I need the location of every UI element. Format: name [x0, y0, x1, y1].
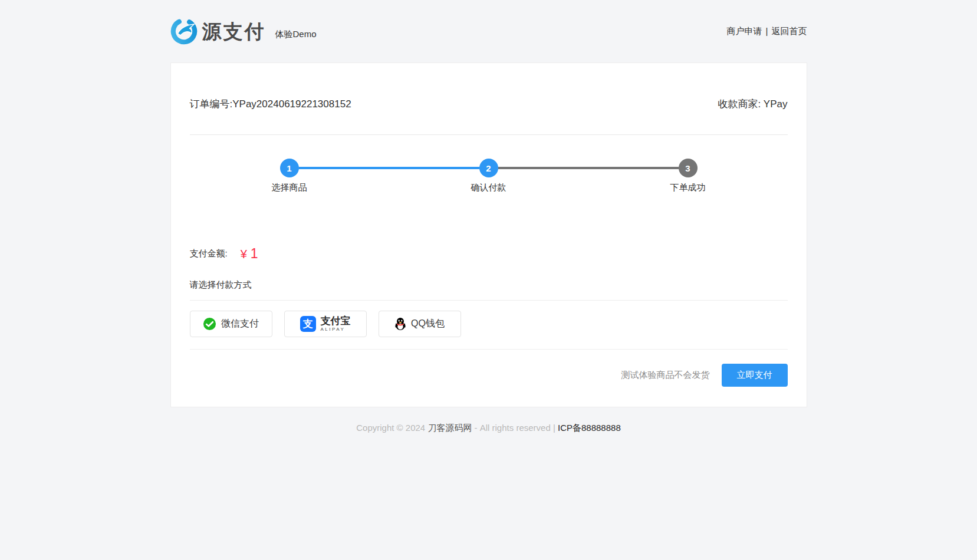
divider-top: [190, 134, 788, 135]
step-confirm-payment: 2 确认付款: [479, 159, 498, 177]
method-alipay[interactable]: 支 支付宝 ALIPAY: [284, 311, 367, 337]
step-2-label: 确认付款: [471, 182, 506, 193]
order-number-label: 订单编号:: [190, 98, 233, 110]
method-wechat-pay[interactable]: 微信支付: [190, 311, 272, 337]
demo-label: 体验Demo: [275, 29, 317, 40]
qq-wallet-icon: [394, 317, 406, 331]
header-links: 商户申请|返回首页: [727, 26, 807, 37]
wechat-pay-icon: [203, 317, 216, 331]
step-2-dot: 2: [479, 159, 498, 177]
step-1-label: 选择商品: [272, 182, 307, 193]
step-choose-product: 1 选择商品: [280, 159, 299, 177]
amount-row: 支付金额: ¥ 1: [190, 246, 788, 262]
icp-link[interactable]: ICP备88888888: [558, 423, 621, 433]
back-home-link[interactable]: 返回首页: [772, 26, 807, 36]
step-3-label: 下单成功: [670, 182, 706, 193]
pay-now-button[interactable]: 立即支付: [722, 364, 788, 387]
order-row: 订单编号:YPay20240619221308152 收款商家: YPay: [190, 97, 788, 111]
test-note: 测试体验商品不会发货: [621, 370, 710, 381]
alipay-label-group: 支付宝 ALIPAY: [321, 316, 351, 332]
method-title: 请选择付款方式: [190, 279, 788, 291]
brand: 源支付 体验Demo: [170, 18, 317, 45]
method-wechat-label: 微信支付: [221, 318, 259, 330]
method-qq-wallet[interactable]: QQ钱包: [379, 311, 461, 337]
merchant-label: 收款商家:: [718, 98, 761, 110]
merchant-value: YPay: [764, 98, 788, 110]
payment-methods: 微信支付 支 支付宝 ALIPAY: [190, 311, 788, 337]
logo-text: 源支付: [202, 22, 266, 41]
page-footer: Copyright © 2024 刀客源码网 - All rights rese…: [170, 423, 807, 434]
rights-text: - All rights reserved |: [475, 423, 555, 433]
amount-label: 支付金额:: [190, 248, 228, 259]
order-number: 订单编号:YPay20240619221308152: [190, 97, 351, 111]
method-qq-label: QQ钱包: [411, 318, 445, 330]
payment-card: 订单编号:YPay20240619221308152 收款商家: YPay 1 …: [170, 62, 807, 407]
amount-value: ¥ 1: [241, 246, 258, 262]
divider-methods-top: [190, 300, 788, 301]
order-number-value: YPay20240619221308152: [232, 98, 351, 110]
merchant-apply-link[interactable]: 商户申请: [727, 26, 762, 36]
step-connector-1: [299, 167, 479, 169]
pay-row: 测试体验商品不会发货 立即支付: [190, 364, 788, 387]
amount-number: 1: [251, 246, 258, 262]
method-alipay-label: 支付宝: [321, 316, 351, 326]
step-3-dot: 3: [679, 159, 698, 177]
page-header: 源支付 体验Demo 商户申请|返回首页: [170, 0, 807, 62]
step-order-success: 3 下单成功: [679, 159, 698, 177]
site-link[interactable]: 刀客源码网: [427, 423, 472, 433]
merchant: 收款商家: YPay: [718, 97, 787, 111]
logo-bird-icon: [170, 18, 198, 45]
method-alipay-sublabel: ALIPAY: [321, 327, 351, 332]
step-progress: 1 选择商品 2 确认付款 3 下单成功: [280, 159, 698, 207]
copyright-text: Copyright © 2024: [356, 423, 425, 433]
divider-methods-bottom: [190, 349, 788, 350]
links-separator: |: [766, 26, 768, 36]
alipay-icon: 支: [300, 316, 316, 332]
currency-symbol: ¥: [241, 248, 247, 261]
step-connector-2: [498, 167, 679, 169]
step-1-dot: 1: [280, 159, 299, 177]
